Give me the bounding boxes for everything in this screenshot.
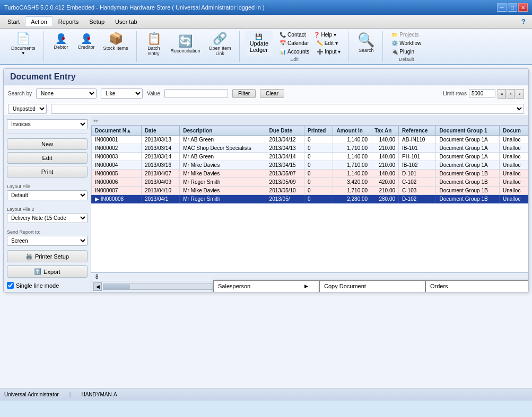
table-area[interactable]: Document N▲ Date Description Due Date Pr… [91, 126, 528, 272]
input-label: Input ▾ [325, 49, 341, 55]
ctx-create-purchase[interactable]: Create Purchase on Default Supplier 1 [320, 291, 425, 292]
table-cell: Unalloc [500, 187, 528, 195]
help-ribbon-btn[interactable]: ❓ Help ▾ [310, 31, 339, 39]
table-cell: 1,710.00 [333, 144, 371, 153]
open-item-link-ribbon-btn[interactable]: 🔗 Open ItemLink [205, 31, 235, 58]
layout-file2-select[interactable]: Delivery Note (15 Code [7, 213, 88, 223]
single-line-mode-checkbox[interactable] [7, 282, 14, 289]
value-dropdown-select[interactable] [51, 104, 524, 114]
print-button[interactable]: Print [7, 166, 88, 178]
table-cell: IB-102 [399, 161, 436, 170]
search-by-select[interactable]: None Document Number Description Referen… [36, 88, 97, 99]
accounts-ribbon-btn[interactable]: 📊 Accounts [276, 48, 312, 56]
search-ribbon-btn[interactable]: 🔍 Search [354, 31, 378, 55]
table-row[interactable]: IN0000062013/04/09Mr Roger Smith2013/05/… [92, 178, 528, 187]
documents-ribbon-btn[interactable]: 📄 Documents ▼ [7, 31, 39, 58]
table-row[interactable]: IN0000012013/03/13Mr AB Green2013/04/120… [92, 136, 528, 144]
col-doc-group2[interactable]: Docum [500, 126, 528, 136]
col-date[interactable]: Date [141, 126, 179, 136]
limit-rows-input[interactable] [469, 89, 495, 98]
clear-button[interactable]: Clear [260, 89, 284, 98]
contact-ribbon-btn[interactable]: 📞 Contact [276, 31, 309, 39]
nav-prev-btn[interactable]: ‹ [507, 89, 515, 99]
ctx-reporting-group1[interactable]: Set Reporting Group 1 ▶ [214, 291, 319, 292]
batch-entry-ribbon-btn[interactable]: 📋 BatchEntry [142, 31, 166, 58]
menu-setup[interactable]: Setup [84, 17, 110, 26]
col-reference[interactable]: Reference [399, 126, 436, 136]
table-row[interactable]: IN0000022013/03/14MAC Shop Decor Special… [92, 144, 528, 153]
debtor-ribbon-btn[interactable]: 👤● Debtor [49, 32, 73, 52]
table-cell: 140.00 [371, 170, 399, 178]
col-doc-num[interactable]: Document N▲ [92, 126, 142, 136]
nav-next-btn[interactable]: › [516, 89, 524, 99]
nav-first-btn[interactable]: « [498, 89, 506, 99]
ctx-purchases[interactable]: Purchases [426, 291, 528, 292]
menu-action[interactable]: Action [25, 16, 53, 27]
send-report-section: Send Report to: Screen Printer Email [7, 229, 88, 246]
projects-ribbon-btn[interactable]: 📁 Projects [388, 31, 422, 39]
maximize-button[interactable]: □ [508, 3, 517, 12]
col-amount-in[interactable]: Amount In [333, 126, 371, 136]
accounts-label: Accounts [287, 49, 309, 55]
minimize-button[interactable]: ─ [497, 3, 507, 12]
export-button[interactable]: ⬆️ Export [7, 265, 88, 278]
col-desc[interactable]: Description [180, 126, 266, 136]
printer-setup-button[interactable]: 🖨️ Printer Setup [7, 250, 88, 262]
menu-usertab[interactable]: User tab [110, 17, 143, 26]
calendar-icon: 📅 [280, 40, 286, 46]
table-cell: 140.00 [371, 153, 399, 161]
table-cell: Document Group 1A [436, 136, 500, 144]
documents-dropdown-arrow: ▼ [21, 51, 25, 56]
ctx-orders[interactable]: Orders [426, 281, 528, 291]
table-row[interactable]: ▶ IN0000082013/04/1Mr Roger Smith2013/05… [92, 195, 528, 203]
printer-icon: 🖨️ [25, 253, 33, 260]
table-cell: 2013/03/16 [141, 161, 179, 170]
table-row[interactable]: IN0000042013/03/16Mr Mike Davies2013/04/… [92, 161, 528, 170]
new-button[interactable]: New [7, 138, 88, 150]
col-printed[interactable]: Printed [304, 126, 333, 136]
scroll-left-btn[interactable]: ◀ [93, 282, 102, 291]
table-cell: Unalloc [500, 144, 528, 153]
menu-start[interactable]: Start [2, 17, 25, 26]
table-cell: Mr AB Green [180, 153, 266, 161]
close-button[interactable]: ✕ [518, 3, 528, 12]
col-tax-an[interactable]: Tax An [371, 126, 399, 136]
status-select[interactable]: Unposted Posted All [8, 104, 47, 114]
workflow-ribbon-btn[interactable]: ⚙️ Workflow [388, 39, 424, 47]
table-row[interactable]: IN0000052013/04/07Mr Mike Davies2013/05/… [92, 170, 528, 178]
plugin-ribbon-btn[interactable]: 🔌 Plugin [388, 48, 417, 56]
edit-button[interactable]: Edit [7, 152, 88, 164]
table-row[interactable]: IN0000072013/04/10Mr Mike Davies2013/05/… [92, 187, 528, 195]
ctx-copy-doc[interactable]: Copy Document [320, 281, 425, 291]
help-icon[interactable]: ? [517, 17, 530, 25]
update-ledger-btn[interactable]: 💾 UpdateLedger [245, 31, 273, 56]
table-cell: IN000002 [92, 144, 142, 153]
layout-file2-label: Layout File 2 [7, 207, 88, 212]
table-cell: Mr Mike Davies [180, 187, 266, 195]
calendar-ribbon-btn[interactable]: 📅 Calendar [276, 39, 312, 47]
send-report-select[interactable]: Screen Printer Email [7, 236, 88, 246]
table-cell: 210.00 [371, 144, 399, 153]
documents-select[interactable]: Invoices Orders Quotes Credit Notes [7, 119, 88, 129]
input-ribbon-btn[interactable]: ➕ Input ▾ [313, 48, 344, 56]
table-cell: 2013/05/10 [266, 187, 304, 195]
creditor-ribbon-btn[interactable]: 👤● Creditor [74, 32, 99, 52]
layout-file-select[interactable]: Default [7, 190, 88, 200]
table-cell: Unalloc [500, 136, 528, 144]
table-cell: 210.00 [371, 187, 399, 195]
stock-items-ribbon-btn[interactable]: 📦 Stock Items [100, 31, 132, 53]
ctx-salesperson[interactable]: Salesperson ▶ [214, 281, 319, 291]
table-row[interactable]: IN0000032013/03/14Mr AB Green2013/04/140… [92, 153, 528, 161]
value-input[interactable] [164, 89, 228, 98]
like-select[interactable]: Like Equal Starts With [101, 88, 143, 99]
filter-button[interactable]: Filter [232, 89, 256, 98]
menu-reports[interactable]: Reports [53, 17, 84, 26]
col-doc-group1[interactable]: Document Group 1 [436, 126, 500, 136]
table-cell: 3,420.00 [333, 178, 371, 187]
batch-entry-icon: 📋 [147, 33, 161, 45]
col-due-date[interactable]: Due Date [266, 126, 304, 136]
reconciliation-ribbon-btn[interactable]: 🔄 Reconciliation [167, 33, 204, 56]
edit-ribbon-btn[interactable]: ✏️ Edit ▾ [313, 39, 341, 47]
status-bar: Universal Administrator | HANDYMAN-A [0, 388, 532, 401]
data-table: Document N▲ Date Description Due Date Pr… [91, 126, 528, 203]
